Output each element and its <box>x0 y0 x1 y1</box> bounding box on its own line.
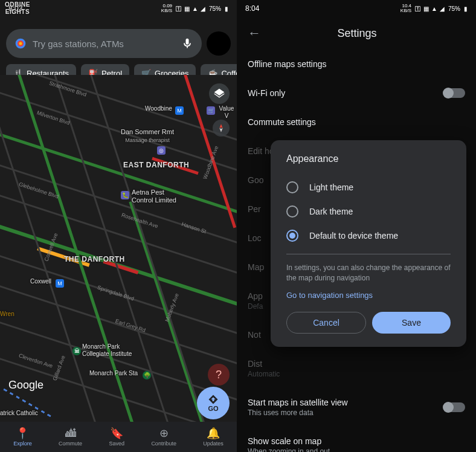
status-bar: 8:03 0.09 KB/S ⚿ ▦ ▲ ◢ 75% ▮ <box>0 0 237 17</box>
help-button[interactable]: ? <box>208 364 230 386</box>
vibrate-icon: ▦ <box>423 5 429 12</box>
poi-value[interactable]: Value V <box>216 105 237 120</box>
google-watermark: Google <box>8 379 43 392</box>
back-arrow-icon[interactable]: ← <box>248 25 261 41</box>
setting-offline[interactable]: Offline maps settings <box>248 50 465 79</box>
radio-label: Default to device theme <box>309 231 398 241</box>
map-canvas[interactable]: M Woodbine 🛒 Value V Dan Sommer Rmt Mass… <box>0 75 237 428</box>
setting-label: Loc <box>248 233 262 243</box>
park-icon-2[interactable]: 🌳 <box>143 371 151 379</box>
setting-label: Wi-Fi only <box>248 88 285 98</box>
biz-icon[interactable]: ◎ <box>157 146 166 155</box>
battery-icon: ▮ <box>225 5 228 12</box>
setting-label: Commute settings <box>248 117 316 127</box>
status-time: 8:04 <box>245 4 259 13</box>
vibrate-icon: ▦ <box>184 5 190 12</box>
setting-sublabel: Automatic <box>248 370 280 378</box>
store-icon[interactable]: 🛒 <box>207 106 215 115</box>
area-the-danforth: THE DANFORTH <box>64 255 125 263</box>
radio-icon <box>286 181 298 193</box>
bookmark-icon: 🔖 <box>110 427 123 439</box>
radio-default[interactable]: Default to device theme <box>286 224 451 248</box>
key-icon: ⚿ <box>415 5 421 12</box>
nav-label: Saved <box>109 441 124 447</box>
poi-monarch-collegiate[interactable]: Monarch ParkCollegiate Institute <box>82 343 132 358</box>
divider <box>286 254 451 254</box>
dialog-actions: Cancel Save <box>286 312 451 334</box>
setting-commute[interactable]: Commute settings <box>248 108 465 137</box>
poi-coxwell[interactable]: Coxwell <box>30 278 51 285</box>
setting-label: App <box>248 291 263 301</box>
nav-contribute[interactable]: ⊕ Contribute <box>151 427 176 447</box>
svg-point-2 <box>19 42 22 45</box>
status-icons: ⚿ ▦ ▲ ◢ <box>176 5 205 12</box>
satellite-toggle[interactable] <box>443 402 465 412</box>
nav-saved[interactable]: 🔖 Saved <box>109 427 124 447</box>
go-button[interactable]: GO <box>197 387 230 419</box>
setting-label: Not <box>248 330 261 340</box>
search-bar[interactable]: Try gas stations, ATMs <box>6 29 202 58</box>
wifi-icon: ▲ <box>431 5 437 12</box>
wifi-icon: ▲ <box>192 5 198 12</box>
status-bar: 8:04 10.4 KB/S ⚿ ▦ ▲ ◢ 75% ▮ <box>237 0 476 17</box>
cancel-button[interactable]: Cancel <box>286 312 366 334</box>
key-icon: ⚿ <box>176 5 182 12</box>
mic-icon[interactable] <box>181 37 193 50</box>
setting-sublabel: Defa <box>248 302 263 311</box>
nav-commute[interactable]: 🏙 Commute <box>59 427 82 447</box>
compass-button[interactable] <box>213 120 230 137</box>
poi-aetna[interactable]: Aetna PestControl Limited <box>132 189 176 204</box>
setting-label: Show scale on map <box>248 436 330 446</box>
svg-marker-3 <box>219 124 222 128</box>
setting-label: Offline maps settings <box>248 59 326 69</box>
setting-sublabel: When zooming in and out <box>248 447 330 452</box>
park-icon[interactable]: 🏛 <box>72 347 81 355</box>
account-avatar[interactable] <box>207 31 231 56</box>
layers-button[interactable] <box>209 83 230 104</box>
radio-dark[interactable]: Dark theme <box>286 199 451 224</box>
setting-dist: Dist Automatic <box>248 349 465 388</box>
search-placeholder: Try gas stations, ATMs <box>33 39 175 49</box>
radio-light[interactable]: Light theme <box>286 175 451 199</box>
google-logo-icon <box>14 37 27 50</box>
radio-icon <box>286 205 298 218</box>
nav-explore[interactable]: 📍 Explore <box>13 427 32 447</box>
setting-scale[interactable]: Show scale on map When zooming in and ou… <box>248 427 465 452</box>
pest-icon[interactable]: 🐛 <box>121 191 129 199</box>
svg-marker-4 <box>219 128 222 132</box>
road-hanson: Hanson St <box>181 221 207 234</box>
poi-dan-sommer[interactable]: Dan Sommer Rmt Massage therapist <box>121 128 174 144</box>
phone-right: 8:04 10.4 KB/S ⚿ ▦ ▲ ◢ 75% ▮ ← Settings … <box>237 0 476 452</box>
save-button[interactable]: Save <box>372 312 451 334</box>
dialog-info: In settings, you can also change the app… <box>286 263 451 283</box>
appearance-dialog: Appearance Light theme Dark theme Defaul… <box>271 140 466 347</box>
poi-woodbine[interactable]: Woodbine <box>145 105 172 112</box>
radio-label: Dark theme <box>309 207 353 216</box>
transit-coxwell-icon[interactable]: M <box>56 279 64 288</box>
setting-satellite[interactable]: Start maps in satellite view This uses m… <box>248 388 465 427</box>
setting-label: Per <box>248 204 261 214</box>
wifi-toggle[interactable] <box>443 88 465 98</box>
phone-left: 8:03 0.09 KB/S ⚿ ▦ ▲ ◢ 75% ▮ ODBINEEIGHT… <box>0 0 237 452</box>
transit-woodbine-icon[interactable]: M <box>175 106 184 115</box>
status-right: 10.4 KB/S ⚿ ▦ ▲ ◢ 75% ▮ <box>400 4 468 13</box>
status-icons: ⚿ ▦ ▲ ◢ <box>415 5 445 12</box>
dialog-title: Appearance <box>286 153 451 164</box>
plus-circle-icon: ⊕ <box>159 427 169 439</box>
nav-settings-link[interactable]: Go to navigation settings <box>286 291 451 300</box>
setting-label: Map <box>248 262 264 272</box>
setting-wifi[interactable]: Wi-Fi only <box>248 79 465 108</box>
signal-icon: ◢ <box>440 5 445 12</box>
battery-icon: ▮ <box>464 5 468 12</box>
nav-label: Explore <box>13 441 32 447</box>
poi-monarch-sta[interactable]: Monarch Park Sta <box>89 370 138 377</box>
bottom-nav: 📍 Explore 🏙 Commute 🔖 Saved ⊕ Contribute… <box>0 422 237 452</box>
nav-updates[interactable]: 🔔 Updates <box>203 427 224 447</box>
radio-icon <box>286 230 298 242</box>
poi-catholic[interactable]: atrick Catholic <box>0 410 38 417</box>
area-east-danforth: EAST DANFORTH <box>123 161 189 169</box>
radio-label: Light theme <box>309 182 353 192</box>
settings-header: ← Settings <box>237 17 476 50</box>
status-right: 0.09 KB/S ⚿ ▦ ▲ ◢ 75% ▮ <box>161 4 228 13</box>
poi-wren[interactable]: Wren <box>0 311 14 318</box>
